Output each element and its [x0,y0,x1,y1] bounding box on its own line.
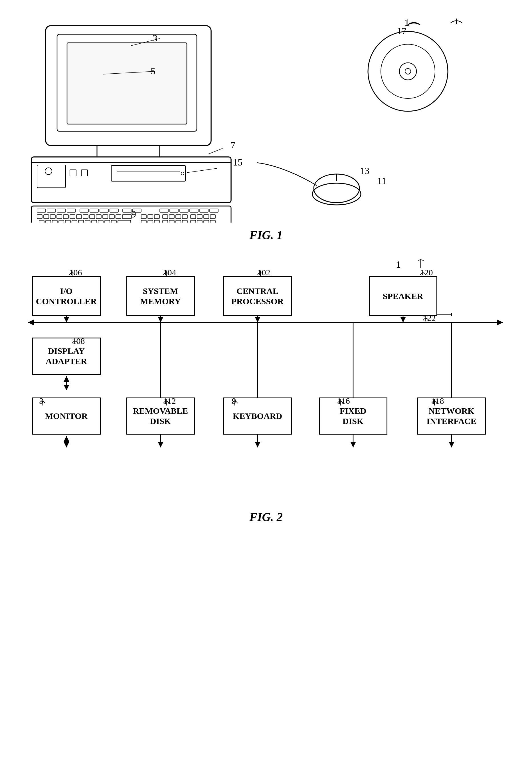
fig2-header: 1 [23,259,509,268]
speaker-label: SPEAKER [383,291,423,301]
svg-rect-11 [81,170,88,176]
svg-line-115 [103,71,154,74]
svg-rect-23 [110,209,118,212]
svg-rect-34 [50,215,55,218]
io-controller-block: I/OCONTROLLER [32,276,101,316]
system-memory-block: SYSTEMMEMORY [126,276,195,316]
svg-marker-131 [255,317,260,322]
svg-rect-62 [72,220,77,222]
fixed-disk-label: FIXEDDISK [340,406,366,426]
display-adapter-label: DISPLAYADAPTER [46,346,87,366]
svg-marker-137 [63,376,69,382]
svg-marker-146 [350,442,356,447]
svg-rect-70 [141,220,146,222]
svg-line-118 [187,168,217,173]
ref108-bracket [71,337,79,346]
ref112-bracket [162,398,171,406]
ref102-bracket [256,269,265,278]
fig1-section: 1 ⌒ [23,17,509,242]
svg-rect-3 [67,43,187,124]
central-processor-block: CENTRALPROCESSOR [223,276,292,316]
svg-rect-43 [109,215,115,218]
svg-rect-38 [77,215,82,218]
svg-point-111 [314,174,359,203]
svg-rect-75 [176,220,181,222]
svg-rect-10 [70,170,76,176]
ref104-bracket [162,269,171,278]
fig2-label: FIG. 2 [23,510,509,524]
svg-rect-46 [141,215,146,218]
svg-rect-44 [116,215,121,218]
fig2-diagram: I/OCONTROLLER 106 SYSTEMMEMORY 104 CENTR… [24,268,508,502]
svg-rect-71 [148,220,153,222]
network-interface-label: NETWORKINTERFACE [427,406,476,426]
svg-rect-68 [111,220,117,222]
svg-rect-39 [83,215,88,218]
ref-13: 13 [360,165,369,176]
svg-rect-21 [90,209,98,212]
monitor-label: MONITOR [45,411,88,421]
ref120-bracket [419,269,427,278]
svg-rect-63 [79,220,84,222]
ref122-bracket [422,315,430,323]
svg-point-107 [368,31,448,111]
svg-rect-1 [46,26,211,146]
svg-marker-120 [28,320,34,325]
svg-rect-27 [170,209,178,212]
display-adapter-block: DISPLAYADAPTER [32,337,101,375]
svg-rect-67 [105,220,110,222]
svg-rect-74 [169,220,174,222]
svg-rect-45 [122,215,132,218]
svg-marker-148 [449,442,454,447]
svg-rect-12 [111,165,185,181]
svg-line-116 [208,149,222,154]
svg-rect-69 [118,220,131,222]
svg-point-9 [45,168,52,175]
fixed-disk-block: FIXEDDISK [319,398,387,435]
svg-rect-52 [182,215,187,218]
ref106-bracket [68,269,77,278]
ref-5: 5 [150,66,156,77]
svg-rect-24 [123,209,131,212]
svg-marker-122 [497,320,503,325]
svg-rect-20 [80,209,88,212]
svg-rect-6 [31,157,231,203]
svg-rect-32 [37,215,42,218]
ref118-bracket [430,398,439,406]
svg-rect-56 [210,215,215,218]
svg-marker-139 [63,442,69,447]
ref-15: 15 [233,157,242,168]
svg-marker-125 [63,317,69,322]
svg-rect-76 [182,220,187,222]
svg-rect-72 [154,220,160,222]
fig1-label: FIG. 1 [23,228,509,242]
svg-marker-134 [400,317,406,322]
svg-rect-47 [148,215,153,218]
system-memory-label: SYSTEMMEMORY [140,286,181,306]
svg-rect-61 [65,220,71,222]
svg-rect-19 [67,209,76,212]
svg-rect-49 [163,215,168,218]
svg-rect-66 [98,220,103,222]
svg-rect-17 [47,209,56,212]
svg-marker-128 [158,317,164,322]
svg-rect-53 [190,215,196,218]
svg-rect-26 [160,209,168,212]
ref-7: 7 [230,140,235,151]
bracket-1-icon: ⌒ [406,20,421,39]
ref3-bracket [38,398,46,406]
svg-rect-79 [204,220,209,222]
svg-rect-2 [57,34,197,131]
svg-marker-140 [63,436,69,442]
fig1-diagram: 1 ⌒ [23,17,509,222]
svg-rect-78 [197,220,202,222]
svg-point-110 [405,69,411,74]
svg-rect-57 [39,220,44,222]
fig1-svg [23,17,509,222]
io-controller-label: I/OCONTROLLER [36,286,97,306]
central-processor-label: CENTRALPROCESSOR [231,286,283,306]
svg-rect-60 [59,220,64,222]
svg-rect-8 [37,165,65,188]
ref116-bracket [336,398,345,406]
svg-rect-41 [96,215,101,218]
